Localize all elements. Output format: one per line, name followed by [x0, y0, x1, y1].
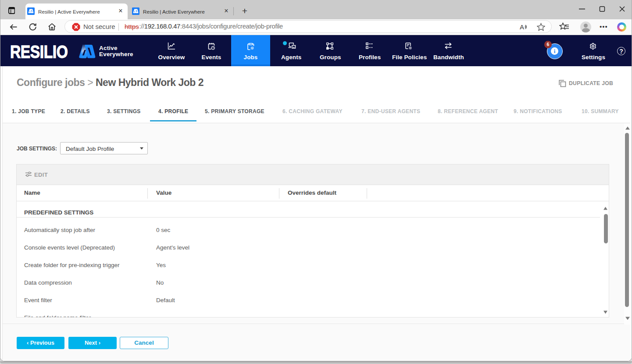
svg-text:A: A — [520, 23, 524, 31]
